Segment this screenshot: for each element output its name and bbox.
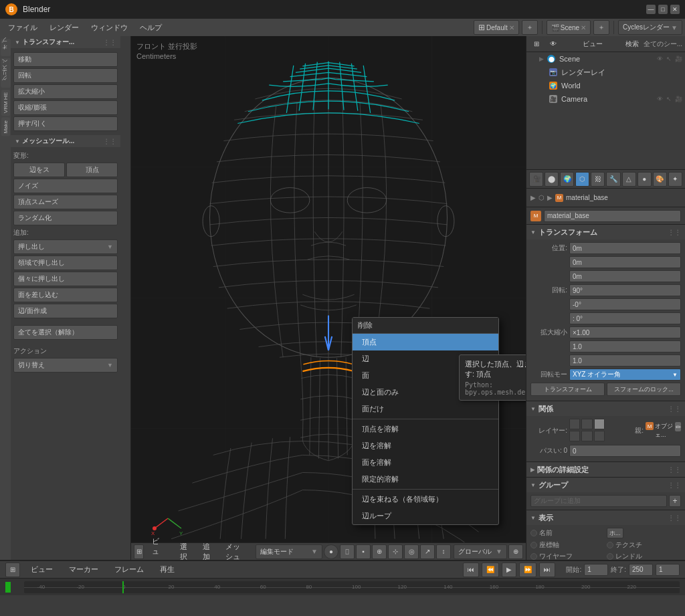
outliner-view-icon[interactable]: 👁 (546, 37, 561, 52)
layer-cell-1[interactable] (569, 419, 580, 429)
edge-select-btn[interactable]: ⌷ (340, 544, 355, 559)
push-tool[interactable]: 押す/引く (13, 116, 118, 131)
toggle-btn[interactable]: 切り替え ▼ (13, 358, 118, 373)
outliner-scene[interactable]: ▶ ⬤ Scene 👁 ↖ 🎥 (526, 52, 685, 66)
texture-checkbox[interactable] (607, 542, 613, 548)
scale-x-field[interactable]: ×1.00 (569, 326, 681, 338)
shrink-tool[interactable]: 収縮/膨張 (13, 100, 118, 115)
maximize-button[interactable]: □ (658, 5, 668, 14)
render-checkbox[interactable] (607, 553, 613, 560)
layer-cell-4[interactable] (569, 431, 580, 441)
scale-tool[interactable]: 拡大縮小 (13, 84, 118, 99)
side-tab-options[interactable]: オプ (1, 39, 11, 56)
name-type-btn[interactable]: ホ... (607, 528, 623, 538)
layer-cell-2[interactable] (581, 419, 592, 429)
noise-btn[interactable]: ノイズ (13, 179, 118, 193)
rotate-tool[interactable]: 回転 (13, 68, 118, 83)
skip-start-btn[interactable]: ⏮ (463, 562, 479, 577)
loc-y-field[interactable]: 0m (569, 256, 681, 268)
timeline-marker-menu[interactable]: マーカー (64, 563, 104, 576)
scale-z-field[interactable]: 1.0 (569, 354, 681, 367)
display-header[interactable]: ▼ 表示 ⋮⋮ (526, 510, 685, 525)
viewport-view-menu[interactable]: ビュー (146, 535, 172, 560)
ctx-item-vertex[interactable]: 頂点 (353, 334, 498, 350)
name-checkbox[interactable] (530, 530, 537, 536)
renderer-selector[interactable]: Cyclesレンダー ▼ (618, 20, 682, 35)
wire-checkbox[interactable] (530, 553, 537, 560)
props-scene-icon[interactable]: ⬤ (545, 172, 559, 187)
relations-header[interactable]: ▼ 関係 ⋮⋮ (526, 401, 685, 416)
lock-transform-btn[interactable]: トランスフォーム (530, 383, 605, 396)
rot-y-field[interactable]: -0° (569, 298, 681, 310)
ctx-item-edge-loop[interactable]: 辺ループ (353, 508, 498, 524)
next-frame-btn[interactable]: ⏩ (519, 562, 536, 577)
ctx-item-dissolve-edge[interactable]: 辺を溶解 (353, 437, 498, 454)
minimize-button[interactable]: — (646, 5, 656, 14)
snapping-btn[interactable]: ⊹ (388, 544, 403, 559)
vertex-slide-btn[interactable]: 頂点 (66, 163, 118, 177)
edge-slide-btn[interactable]: 辺をス (13, 163, 65, 177)
lock-btn[interactable]: スフォームのロック... (607, 383, 681, 396)
close-button[interactable]: ✕ (670, 5, 680, 14)
layer-cell-6[interactable] (594, 431, 605, 441)
rotation-mode-field[interactable]: XYZ オイラー角 ▼ (569, 369, 681, 381)
randomize-btn[interactable]: ランダム化 (13, 211, 118, 225)
make-face-btn[interactable]: 辺/面作成 (13, 304, 118, 318)
side-tab-grease[interactable]: グリースベ (1, 58, 11, 88)
scale-y-field[interactable]: 1.0 (569, 340, 681, 352)
side-tab-make[interactable]: Make (1, 118, 10, 136)
proportional-btn[interactable]: ◎ (404, 544, 419, 559)
menu-help[interactable]: ヘルプ (134, 21, 167, 34)
props-render-icon[interactable]: 🎥 (529, 172, 543, 187)
outliner-camera[interactable]: 🎥 Camera 👁 ↖ 🎥 (526, 92, 685, 106)
skip-end-btn[interactable]: ⏭ (539, 562, 555, 577)
current-frame[interactable]: 1 (656, 564, 680, 576)
side-tab-vrm[interactable]: VRM HE (1, 90, 10, 116)
props-data-icon[interactable]: △ (622, 172, 636, 187)
viewport-select-menu[interactable]: 選択 (175, 540, 195, 560)
end-frame[interactable]: 250 (629, 564, 653, 576)
layer-btn[interactable]: ⊕ (508, 544, 523, 559)
play-btn[interactable]: ▶ (502, 562, 516, 577)
viewport-add-menu[interactable]: 追加 (197, 540, 217, 560)
menu-file[interactable]: ファイル (3, 21, 43, 34)
manipulator-btn[interactable]: ↕ (436, 544, 451, 559)
scene-selector[interactable]: 🎬 Scene ✕ (547, 20, 591, 35)
edit-mode-selector[interactable]: 編集モード ▼ (256, 544, 322, 559)
extrude-individual-btn[interactable]: 個々に押し出し (13, 272, 118, 286)
global-selector[interactable]: グローバル ▼ (454, 544, 507, 559)
timeline-menu-btn[interactable]: ⊞ (5, 562, 20, 577)
ctx-item-collapse-edges[interactable]: 辺を束ねる（各領域毎） (353, 491, 498, 508)
props-modifier-icon[interactable]: 🔧 (606, 172, 620, 187)
props-constraint-icon[interactable]: ⛓ (591, 172, 605, 187)
outliner-icon[interactable]: ⊞ (529, 37, 544, 52)
smooth-vertex-btn[interactable]: 頂点スムーズ (13, 195, 118, 209)
timeline-frame-menu[interactable]: フレーム (109, 563, 149, 576)
vertex-select-btn[interactable]: ● (324, 544, 338, 559)
props-object-icon[interactable]: ⬡ (575, 172, 589, 187)
layer-cell-5[interactable] (581, 431, 592, 441)
timeline-play-menu[interactable]: 再生 (155, 563, 180, 576)
rot-z-field[interactable]: : 0° (569, 312, 681, 324)
scene-add[interactable]: ＋ (593, 20, 609, 35)
viewport-mesh-menu[interactable]: メッシュ (220, 540, 250, 560)
parent-edit-icon[interactable]: ✏ (675, 422, 681, 431)
props-texture-icon[interactable]: 🎨 (653, 172, 667, 187)
extrude-region-btn[interactable]: 領域で押し出し (13, 255, 118, 270)
ctx-item-only-face[interactable]: 面だけ (353, 401, 498, 417)
transform-props-header[interactable]: ▼ トランスフォーム ⋮⋮ (526, 225, 685, 239)
timeline-view-menu[interactable]: ビュー (25, 563, 58, 576)
loc-z-field[interactable]: 0m (569, 270, 681, 282)
face-select-btn[interactable]: ▪ (356, 544, 371, 559)
pivot-btn[interactable]: ⊕ (372, 544, 387, 559)
select-all-btn[interactable]: 全てを選択（解除） (13, 325, 118, 340)
props-particle-icon[interactable]: ✦ (668, 172, 682, 187)
rot-x-field[interactable]: 90° (569, 284, 681, 296)
ctx-item-limited-dissolve[interactable]: 限定的溶解 (353, 471, 498, 488)
transform-header[interactable]: ▼ トランスフォー... ⋮⋮ (11, 36, 120, 48)
coord-checkbox[interactable] (530, 542, 537, 548)
prev-frame-btn[interactable]: ⏪ (482, 562, 499, 577)
props-material-icon[interactable]: ● (638, 172, 652, 187)
ctx-item-dissolve-face[interactable]: 面を溶解 (353, 454, 498, 471)
start-frame[interactable]: 1 (584, 564, 608, 576)
